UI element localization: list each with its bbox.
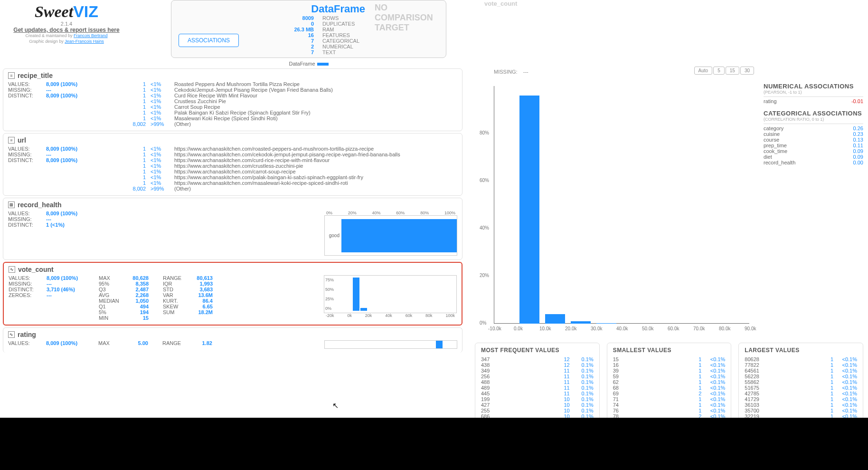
bin-button-Auto[interactable]: Auto	[694, 67, 713, 75]
categorical-icon: ⊞	[8, 201, 15, 208]
feature-name: record_health	[18, 201, 62, 209]
designer-link[interactable]: Jean-Francois Hains	[65, 39, 104, 44]
dataframe-summary-box: ASSOCIATIONS DataFrame 8009ROWS0DUPLICAT…	[171, 0, 446, 58]
feature-card-record-health[interactable]: ⊞record_health VALUES:8,009 (100%)MISSIN…	[3, 198, 462, 260]
bottom-black-bar	[0, 418, 868, 470]
logo: SweetVIZ	[0, 2, 133, 21]
detail-variable-name: vote_count	[484, 0, 517, 7]
bin-button-15[interactable]: 15	[726, 67, 739, 75]
numeric-icon: ∿	[9, 266, 15, 273]
bar-label: good	[325, 233, 341, 238]
logo-text-b: VIZ	[73, 2, 98, 20]
feature-name: url	[18, 136, 26, 144]
cursor-icon: ↖	[332, 401, 339, 410]
feature-name: recipe_title	[18, 72, 53, 79]
mfv-header: MOST FREQUENT VALUES	[481, 347, 594, 354]
numerical-assoc-header: NUMERICAL ASSOCIATIONS	[764, 83, 863, 90]
categorical-assoc-header: CATEGORICAL ASSOCIATIONS	[764, 110, 863, 117]
feature-card-vote-count[interactable]: ∿vote_count VALUES:8,009 (100%)MISSING:-…	[3, 262, 462, 326]
rating-mini-hist	[324, 340, 457, 349]
bin-button-30[interactable]: 30	[740, 67, 754, 75]
largest-header: LARGEST VALUES	[745, 347, 857, 354]
feature-name: vote_count	[18, 266, 54, 273]
record-health-bar-chart: good	[324, 215, 457, 256]
text-icon: ≡	[8, 137, 15, 144]
bin-buttons: Auto51530	[693, 67, 754, 75]
missing-label: MISSING: ---	[494, 69, 528, 75]
feature-card-recipe-title[interactable]: ≡recipe_title VALUES:8,009 (100%)MISSING…	[3, 68, 462, 131]
numeric-icon: ∿	[8, 331, 15, 338]
feature-card-url[interactable]: ≡url VALUES:8,009 (100%)MISSING:---DISTI…	[3, 133, 462, 196]
vote-count-histogram: 0% 20% 40% 60% 80% -10.0k0.0k10.0k20.0k3…	[475, 77, 754, 338]
logo-area: SweetVIZ 2.1.4 Get updates, docs & repor…	[0, 0, 133, 67]
author-link[interactable]: Francois Bertrand	[74, 33, 108, 38]
logo-text-a: Sweet	[35, 3, 73, 20]
numerical-assoc-sub: (PEARSON, -1 to 1)	[764, 90, 863, 95]
associations-button[interactable]: ASSOCIATIONS	[179, 34, 239, 47]
smallest-header: SMALLEST VALUES	[613, 347, 726, 354]
text-icon: ≡	[8, 72, 15, 79]
bin-button-5[interactable]: 5	[713, 67, 725, 75]
feature-card-rating[interactable]: ∿rating VALUES:8,009 (100%) MAX5.00 RANG…	[3, 327, 462, 353]
dataframe-title: DataFrame	[176, 3, 365, 15]
credits: Created & maintained by Francois Bertran…	[0, 33, 133, 44]
vote-count-mini-hist: 75% 50% 25% 0%	[324, 275, 457, 313]
categorical-assoc-sub: (CORRELATION RATIO, 0 to 1)	[764, 117, 863, 122]
feature-name: rating	[18, 331, 36, 338]
updates-link[interactable]: Get updates, docs & report issues here	[13, 27, 119, 33]
version: 2.1.4	[0, 21, 133, 27]
no-comparison-title: NO COMPARISON TARGET	[375, 3, 441, 33]
dataframe-legend: DataFrame	[171, 61, 446, 67]
